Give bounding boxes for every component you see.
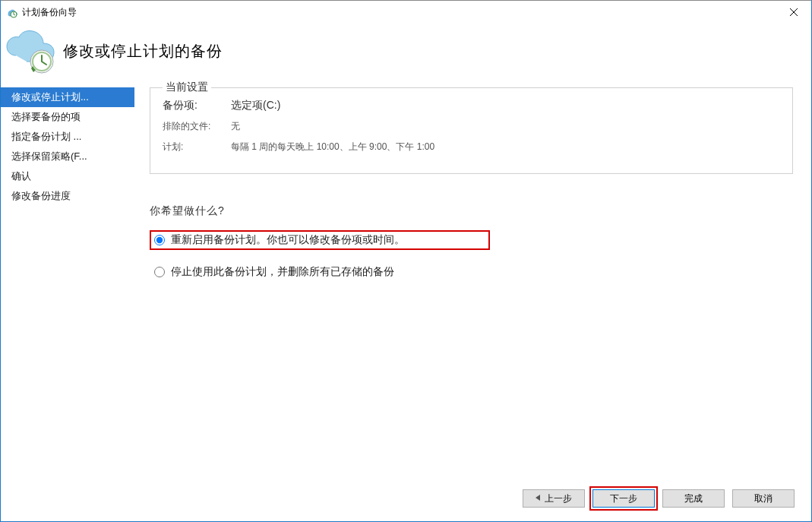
- sidebar-item-progress[interactable]: 修改备份进度: [1, 186, 134, 206]
- sidebar-item-specify-schedule[interactable]: 指定备份计划 ...: [1, 127, 134, 147]
- wizard-footer: 上一步 下一步 完成 取消: [1, 476, 811, 521]
- option-stop-radio[interactable]: [154, 267, 165, 277]
- close-icon[interactable]: [776, 1, 811, 24]
- exclude-files-label: 排除的文件:: [163, 120, 231, 133]
- cancel-button[interactable]: 取消: [732, 489, 795, 508]
- backup-wizard-icon: [5, 28, 60, 74]
- next-button[interactable]: 下一步: [592, 489, 655, 508]
- backup-items-value: 选定项(C:): [231, 99, 280, 112]
- option-reenable[interactable]: 重新启用备份计划。你也可以修改备份项或时间。: [150, 230, 490, 250]
- prev-button[interactable]: 上一步: [523, 489, 585, 508]
- sidebar-item-retention-policy[interactable]: 选择保留策略(F...: [1, 147, 134, 166]
- sidebar-item-modify-or-stop[interactable]: 修改或停止计划...: [1, 87, 134, 107]
- window-title: 计划备份向导: [22, 6, 776, 19]
- schedule-label: 计划:: [163, 141, 231, 153]
- window-titlebar: 计划备份向导: [1, 1, 811, 24]
- current-settings-legend: 当前设置: [163, 81, 211, 94]
- sidebar-item-confirm[interactable]: 确认: [1, 166, 134, 186]
- schedule-value: 每隔 1 周的每天晚上 10:00、上午 9:00、下午 1:00: [231, 141, 434, 153]
- option-reenable-label: 重新启用备份计划。你也可以修改备份项或时间。: [171, 233, 405, 247]
- wizard-main-panel: 当前设置 备份项: 选定项(C:) 排除的文件: 无 计划: 每隔 1 周的每天…: [134, 87, 811, 477]
- exclude-files-value: 无: [231, 120, 240, 133]
- page-title: 修改或停止计划的备份: [63, 41, 223, 62]
- option-reenable-radio[interactable]: [154, 235, 165, 245]
- finish-button[interactable]: 完成: [662, 489, 725, 508]
- app-icon: [5, 6, 17, 18]
- current-settings-group: 当前设置 备份项: 选定项(C:) 排除的文件: 无 计划: 每隔 1 周的每天…: [150, 87, 793, 174]
- backup-items-label: 备份项:: [163, 99, 231, 112]
- wizard-steps-sidebar: 修改或停止计划... 选择要备份的项 指定备份计划 ... 选择保留策略(F..…: [1, 87, 134, 477]
- option-stop-label: 停止使用此备份计划，并删除所有已存储的备份: [171, 265, 394, 279]
- question-text: 你希望做什么?: [150, 204, 793, 218]
- wizard-header: 修改或停止计划的备份: [1, 24, 811, 87]
- option-stop[interactable]: 停止使用此备份计划，并删除所有已存储的备份: [150, 262, 793, 282]
- sidebar-item-select-items[interactable]: 选择要备份的项: [1, 107, 134, 127]
